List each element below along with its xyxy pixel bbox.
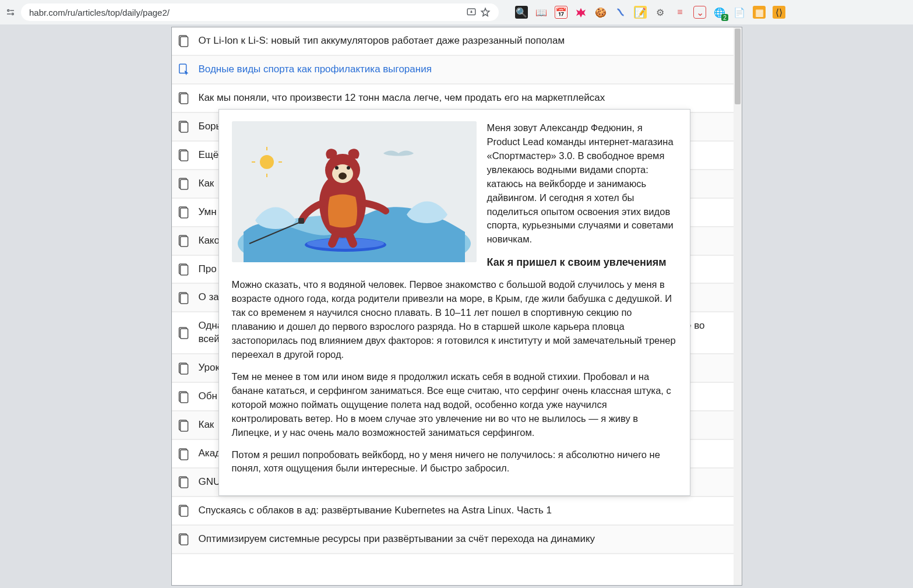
document-pointer-icon (178, 63, 189, 76)
svg-rect-10 (180, 94, 188, 104)
document-icon (178, 206, 189, 219)
document-icon (178, 149, 189, 161)
preview-p2: Тем не менее в том или ином виде я продо… (232, 370, 677, 440)
svg-rect-18 (180, 208, 188, 218)
ext-icon-10[interactable]: ⌄ (693, 6, 706, 19)
article-title: Урок (199, 361, 220, 375)
document-icon (178, 533, 189, 545)
ext-icon-6[interactable] (614, 6, 627, 19)
preview-p3: Потом я решил попробовать вейкборд, но у… (232, 448, 677, 476)
svg-rect-32 (180, 421, 188, 431)
svg-rect-7 (180, 37, 188, 47)
svg-point-53 (335, 166, 339, 170)
svg-rect-20 (180, 237, 188, 247)
svg-point-2 (12, 13, 13, 15)
document-icon (178, 91, 189, 104)
svg-rect-34 (180, 450, 188, 460)
svg-rect-56 (298, 218, 304, 224)
site-settings-icon[interactable] (5, 6, 16, 18)
article-title: Спускаясь с облаков в ад: развёртывание … (199, 504, 552, 517)
article-row[interactable]: Оптимизируем системные ресурсы при развё… (172, 526, 734, 554)
svg-rect-26 (180, 329, 188, 339)
ext-icon-12[interactable]: 📄 (733, 6, 746, 19)
document-icon (178, 291, 189, 304)
article-row[interactable]: Спускаясь с облаков в ад: развёртывание … (172, 497, 734, 526)
ext-icon-5[interactable]: 🍪 (594, 6, 607, 19)
article-title: Акад (199, 447, 221, 460)
ext-icon-2[interactable]: 📖 (535, 6, 548, 19)
extension-bar: 🔍 📖 📅 🍪 📝 ⚙ ≡ ⌄ 🌐2 📄 ▦ ⟨⟩ (503, 6, 908, 19)
bookmark-star-icon[interactable] (480, 7, 491, 17)
document-icon (178, 34, 189, 47)
install-app-icon[interactable] (466, 7, 477, 17)
svg-rect-14 (180, 151, 188, 161)
ext-badge: 2 (721, 14, 728, 21)
scrollbar-thumb[interactable] (735, 29, 741, 104)
svg-point-54 (347, 166, 350, 170)
preview-illustration (232, 121, 477, 262)
svg-point-49 (307, 238, 384, 249)
ext-icon-8[interactable]: ⚙ (654, 6, 667, 19)
svg-rect-16 (180, 179, 188, 189)
content-frame: От Li-Ion к Li-S: новый тип аккумуляторо… (171, 27, 742, 586)
svg-rect-22 (180, 265, 188, 275)
svg-point-43 (260, 155, 274, 169)
ext-icon-3[interactable]: 📅 (555, 6, 567, 19)
document-icon (178, 326, 189, 339)
document-icon (178, 120, 189, 133)
article-title: Как (199, 177, 214, 191)
omnibox-url: habr.com/ru/articles/top/daily/page2/ (29, 8, 463, 17)
svg-rect-12 (180, 122, 188, 132)
svg-rect-28 (180, 364, 188, 374)
browser-toolbar: habr.com/ru/articles/top/daily/page2/ 🔍 … (0, 0, 913, 24)
article-title: Как (199, 418, 214, 432)
article-title: Водные виды спорта как профилактика выго… (199, 63, 432, 76)
document-icon (178, 476, 189, 488)
article-title: Обн (199, 390, 217, 403)
omnibox[interactable]: habr.com/ru/articles/top/daily/page2/ (21, 3, 499, 21)
ext-icon-1[interactable]: 🔍 (515, 6, 528, 19)
document-icon (178, 234, 189, 247)
document-icon (178, 448, 189, 460)
article-title: Како (199, 234, 220, 248)
svg-rect-30 (180, 393, 188, 403)
svg-rect-38 (180, 506, 188, 516)
article-title: Ещё (199, 149, 219, 162)
document-icon (178, 504, 189, 517)
ext-icon-7[interactable]: 📝 (634, 6, 647, 19)
ext-icon-14[interactable]: ⟨⟩ (773, 6, 785, 19)
article-title: О за (199, 291, 219, 304)
document-icon (178, 390, 189, 403)
article-row[interactable]: Водные виды спорта как профилактика выго… (172, 56, 734, 84)
document-icon (178, 177, 189, 190)
article-title: Про (199, 263, 217, 276)
article-preview-popup: Меня зовут Александр Федюнин, я Product … (218, 109, 690, 496)
svg-point-0 (8, 10, 9, 12)
article-title: Оптимизируем системные ресурсы при развё… (199, 533, 595, 546)
ext-icon-4[interactable] (574, 6, 587, 19)
article-title: Умн (199, 206, 217, 219)
article-row[interactable]: От Li-Ion к Li-S: новый тип аккумуляторо… (172, 27, 734, 56)
ext-icon-9[interactable]: ≡ (674, 6, 686, 19)
svg-marker-5 (481, 8, 489, 16)
svg-point-52 (339, 172, 347, 179)
ext-icon-11[interactable]: 🌐2 (713, 6, 726, 19)
document-icon (178, 419, 189, 432)
page-viewport: От Li-Ion к Li-S: новый тип аккумуляторо… (0, 24, 913, 588)
svg-rect-36 (180, 478, 188, 488)
svg-rect-24 (180, 294, 188, 304)
preview-p1: Можно сказать, что я водяной человек. Пе… (232, 278, 677, 362)
scrollbar-track[interactable] (734, 27, 742, 585)
article-title: Как мы поняли, что произвести 12 тонн ма… (199, 91, 605, 105)
svg-rect-40 (180, 535, 188, 545)
article-title: От Li-Ion к Li-S: новый тип аккумуляторо… (199, 34, 565, 48)
ext-icon-13[interactable]: ▦ (753, 6, 766, 19)
document-icon (178, 362, 189, 375)
document-icon (178, 263, 189, 276)
